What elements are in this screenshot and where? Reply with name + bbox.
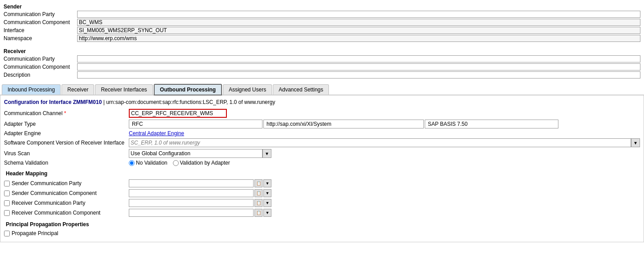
adapter-type-value: RFC http://sap.com/xi/XI/System SAP BASI… bbox=[129, 120, 640, 128]
scv-dropdown-btn[interactable]: ▼ bbox=[631, 138, 640, 147]
main-container: Sender Communication Party Communication… bbox=[0, 0, 644, 265]
sender-interface-row: Interface bbox=[4, 27, 640, 34]
comm-channel-input[interactable] bbox=[129, 109, 227, 118]
tab-inbound-processing[interactable]: Inbound Processing bbox=[2, 84, 61, 95]
receiver-description-label: Description bbox=[4, 72, 77, 78]
receiver-comm-party-input[interactable] bbox=[77, 55, 640, 62]
sender-comm-party-mapping-input[interactable] bbox=[129, 179, 254, 187]
scv-row: Software Component Version of Receiver I… bbox=[4, 138, 640, 147]
sender-comm-party-mapping-row: Sender Communication Party 📋 ▼ bbox=[4, 179, 640, 187]
receiver-comm-component-row: Communication Component bbox=[4, 63, 640, 70]
adapter-sap-cell: SAP BASIS 7.50 bbox=[425, 120, 558, 128]
sender-comm-component-mapping-label: Sender Communication Component bbox=[4, 190, 129, 196]
virus-scan-dropdown-btn[interactable]: ▼ bbox=[263, 149, 271, 158]
schema-validation-value: No Validation Validation by Adapter bbox=[129, 160, 640, 166]
sender-namespace-input[interactable] bbox=[77, 35, 640, 42]
tab-outbound-processing[interactable]: Outbound Processing bbox=[154, 84, 222, 95]
required-marker: * bbox=[64, 110, 66, 116]
receiver-description-input[interactable] bbox=[77, 71, 640, 79]
tab-advanced-settings[interactable]: Advanced Settings bbox=[273, 84, 329, 95]
receiver-comm-party-mapping-btn[interactable]: 📋 bbox=[254, 199, 263, 207]
adapter-engine-link[interactable]: Central Adapter Engine bbox=[129, 130, 184, 137]
adapter-type-label: Adapter Type bbox=[4, 121, 129, 127]
adapter-engine-row: Adapter Engine Central Adapter Engine bbox=[4, 130, 640, 137]
sender-comm-party-mapping-label: Sender Communication Party bbox=[4, 180, 129, 186]
sender-comm-component-input[interactable] bbox=[77, 19, 640, 26]
sender-comm-component-mapping-btn[interactable]: 📋 bbox=[254, 189, 263, 197]
sender-comm-party-input[interactable] bbox=[77, 11, 640, 18]
receiver-comm-party-mapping-label: Receiver Communication Party bbox=[4, 200, 129, 206]
receiver-comm-component-mapping-input-group: 📋 ▼ bbox=[129, 209, 271, 217]
sender-label: Sender bbox=[4, 4, 640, 10]
comm-channel-value bbox=[129, 109, 640, 118]
receiver-comm-party-row: Communication Party bbox=[4, 55, 640, 62]
receiver-comm-party-mapping-dropdown[interactable]: ▼ bbox=[263, 199, 271, 207]
sender-comm-component-checkbox[interactable] bbox=[4, 190, 10, 196]
sender-comm-party-mapping-input-group: 📋 ▼ bbox=[129, 179, 271, 187]
sender-comm-component-label: Communication Component bbox=[4, 19, 77, 25]
tab-receiver[interactable]: Receiver bbox=[62, 84, 94, 95]
sender-comm-party-row: Communication Party bbox=[4, 11, 640, 18]
principal-propagation-title: Principal Propagation Properties bbox=[4, 221, 640, 228]
receiver-comm-component-label: Communication Component bbox=[4, 64, 77, 70]
sender-namespace-label: Namespace bbox=[4, 35, 77, 41]
sender-interface-input[interactable] bbox=[77, 27, 640, 34]
receiver-label: Receiver bbox=[4, 48, 640, 54]
schema-by-adapter-radio[interactable] bbox=[173, 160, 179, 166]
content-area: Configuration for Interface ZMMFM010 | u… bbox=[0, 95, 644, 242]
sender-comm-component-mapping-dropdown[interactable]: ▼ bbox=[263, 189, 271, 197]
sender-comm-component-mapping-input[interactable] bbox=[129, 189, 254, 197]
adapter-type-row: Adapter Type RFC http://sap.com/xi/XI/Sy… bbox=[4, 120, 640, 128]
receiver-comm-component-mapping-row: Receiver Communication Component 📋 ▼ bbox=[4, 209, 640, 217]
adapter-rfc-cell: RFC bbox=[129, 120, 263, 128]
schema-by-adapter-option[interactable]: Validation by Adapter bbox=[173, 160, 230, 166]
receiver-comm-component-mapping-dropdown[interactable]: ▼ bbox=[263, 209, 271, 217]
scv-input[interactable] bbox=[129, 138, 631, 147]
virus-scan-input[interactable] bbox=[129, 149, 263, 158]
header-mapping-title: Header Mapping bbox=[4, 170, 640, 177]
tabs-container: Inbound Processing Receiver Receiver Int… bbox=[0, 84, 644, 95]
sender-comm-party-mapping-btn[interactable]: 📋 bbox=[254, 179, 263, 187]
sender-comm-party-checkbox[interactable] bbox=[4, 181, 10, 186]
receiver-section: Receiver Communication Party Communicati… bbox=[0, 45, 644, 81]
receiver-description-row: Description bbox=[4, 71, 640, 79]
receiver-comm-component-mapping-btn[interactable]: 📋 bbox=[254, 209, 263, 217]
receiver-comm-party-label: Communication Party bbox=[4, 56, 77, 62]
receiver-comm-component-input[interactable] bbox=[77, 63, 640, 70]
virus-scan-value: ▼ bbox=[129, 149, 640, 158]
schema-validation-label: Schema Validation bbox=[4, 160, 129, 166]
adapter-engine-value: Central Adapter Engine bbox=[129, 130, 640, 137]
scv-value: ▼ bbox=[129, 138, 640, 147]
sender-namespace-row: Namespace bbox=[4, 35, 640, 42]
receiver-comm-component-checkbox[interactable] bbox=[4, 210, 10, 216]
schema-validation-row: Schema Validation No Validation Validati… bbox=[4, 160, 640, 166]
virus-scan-label: Virus Scan bbox=[4, 150, 129, 157]
sender-comm-party-mapping-dropdown[interactable]: ▼ bbox=[263, 179, 271, 187]
schema-no-validation-option[interactable]: No Validation bbox=[129, 160, 168, 166]
config-title: Configuration for Interface ZMMFM010 | u… bbox=[4, 99, 640, 105]
propagate-principal-row: Propagate Principal bbox=[4, 230, 640, 236]
comm-channel-row: Communication Channel * bbox=[4, 109, 640, 118]
sender-interface-label: Interface bbox=[4, 27, 77, 33]
tab-assigned-users[interactable]: Assigned Users bbox=[223, 84, 272, 95]
adapter-url-cell: http://sap.com/xi/XI/System bbox=[263, 120, 424, 128]
receiver-comm-component-mapping-label: Receiver Communication Component bbox=[4, 210, 129, 216]
receiver-comm-party-checkbox[interactable] bbox=[4, 200, 10, 206]
sender-comm-party-label: Communication Party bbox=[4, 11, 77, 17]
schema-no-validation-radio[interactable] bbox=[129, 160, 135, 166]
receiver-comm-component-mapping-input[interactable] bbox=[129, 209, 254, 217]
sender-comm-component-row: Communication Component bbox=[4, 19, 640, 26]
sender-comm-component-mapping-input-group: 📋 ▼ bbox=[129, 189, 271, 197]
comm-channel-label: Communication Channel * bbox=[4, 110, 129, 116]
adapter-engine-label: Adapter Engine bbox=[4, 130, 129, 137]
receiver-comm-party-mapping-row: Receiver Communication Party 📋 ▼ bbox=[4, 199, 640, 207]
tab-receiver-interfaces[interactable]: Receiver Interfaces bbox=[95, 84, 152, 95]
receiver-comm-party-mapping-input-group: 📋 ▼ bbox=[129, 199, 271, 207]
receiver-comm-party-mapping-input[interactable] bbox=[129, 199, 254, 207]
propagate-principal-label: Propagate Principal bbox=[4, 230, 129, 236]
sender-section: Sender Communication Party Communication… bbox=[0, 0, 644, 45]
virus-scan-row: Virus Scan ▼ bbox=[4, 149, 640, 158]
scv-label: Software Component Version of Receiver I… bbox=[4, 140, 129, 146]
propagate-principal-checkbox[interactable] bbox=[4, 231, 10, 236]
sender-comm-component-mapping-row: Sender Communication Component 📋 ▼ bbox=[4, 189, 640, 197]
